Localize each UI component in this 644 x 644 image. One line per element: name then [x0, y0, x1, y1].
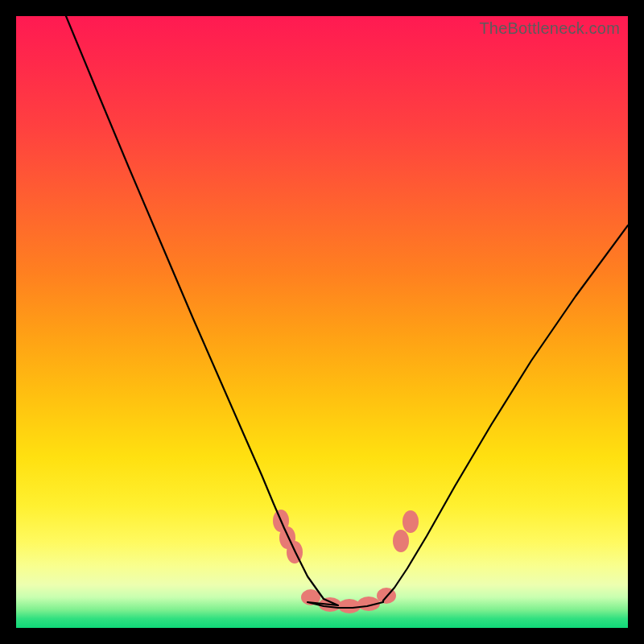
curve-marker: [338, 599, 361, 613]
line-group: [66, 16, 628, 608]
marker-group: [273, 510, 419, 613]
plot-area: TheBottleneck.com: [16, 16, 628, 628]
curve-marker: [402, 510, 419, 533]
bottleneck-curve: [66, 16, 628, 608]
curve-layer: [16, 16, 628, 628]
curve-marker: [393, 530, 409, 552]
outer-frame: TheBottleneck.com: [0, 0, 644, 644]
